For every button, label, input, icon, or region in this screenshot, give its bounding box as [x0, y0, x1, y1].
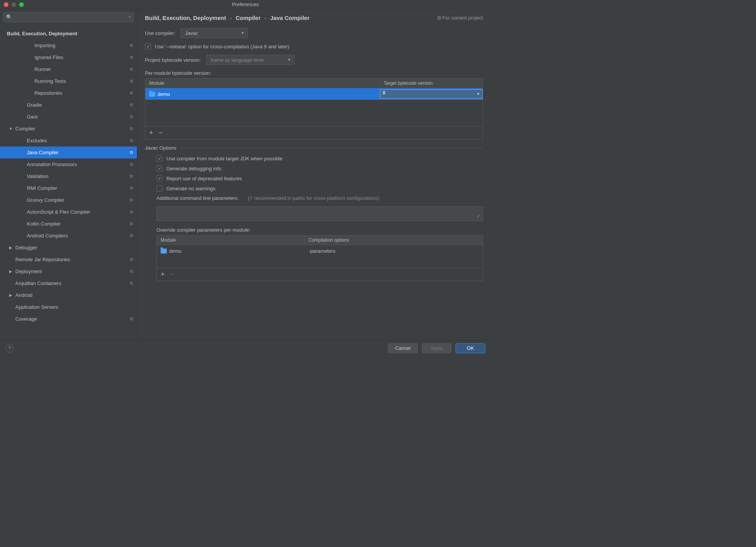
column-module: Module	[157, 236, 305, 245]
project-scope-icon: ⧉	[130, 221, 133, 226]
column-compilation-options: Compilation options	[305, 236, 483, 245]
search-input[interactable]	[3, 12, 134, 22]
project-scope-icon: ⧉	[130, 55, 133, 60]
use-compiler-label: Use compiler:	[145, 30, 175, 36]
add-button[interactable]: +	[149, 129, 153, 137]
use-compiler-select[interactable]: Javac ▼	[181, 28, 248, 38]
sidebar-item-kotlin-compiler[interactable]: Kotlin Compiler⧉	[0, 218, 137, 230]
sidebar-item-gradle[interactable]: Gradle⧉	[0, 99, 137, 111]
cancel-button[interactable]: Cancel	[388, 343, 418, 353]
chevron-right-icon: ▶	[8, 245, 13, 250]
search-icon: 🔍	[6, 14, 12, 20]
sidebar-item-label: Kotlin Compiler	[27, 221, 128, 227]
project-scope-icon: ⧉	[130, 102, 133, 107]
additional-params-input[interactable]: ⤢	[156, 206, 483, 221]
project-scope-icon: ⧉	[130, 174, 133, 179]
sidebar-item-remote-jar-repositories[interactable]: Remote Jar Repositories⧉	[0, 254, 137, 265]
project-bytecode-label: Project bytecode version:	[145, 57, 201, 63]
table-row[interactable]: demo -parameters	[157, 245, 483, 257]
table-row[interactable]: demo 8 ▼	[145, 88, 483, 100]
sidebar-item-label: ActionScript & Flex Compiler	[27, 209, 128, 215]
project-scope-icon: ⧉	[130, 209, 133, 214]
javac-option-checkbox[interactable]	[156, 175, 163, 181]
project-scope-icon: ⧉	[130, 233, 133, 238]
sidebar-item-repositories[interactable]: Repositories⧉	[0, 87, 137, 99]
release-option-checkbox[interactable]	[145, 43, 151, 49]
sidebar-item-label: Debugger	[15, 245, 133, 250]
sidebar-item-build-execution-deployment[interactable]: Build, Execution, Deployment	[0, 28, 137, 40]
sidebar-item-label: Java Compiler	[27, 150, 128, 155]
sidebar-item-android[interactable]: ▶Android	[0, 289, 137, 301]
project-scope-icon: ⧉	[130, 79, 133, 84]
breadcrumb-item[interactable]: Build, Execution, Deployment	[145, 15, 226, 21]
settings-tree: Build, Execution, DeploymentImporting⧉Ig…	[0, 25, 137, 340]
remove-button[interactable]: −	[159, 129, 163, 137]
sidebar-item-compiler[interactable]: ▼Compiler⧉	[0, 123, 137, 135]
breadcrumb-item[interactable]: Compiler	[236, 15, 261, 21]
sidebar-item-label: Android Compilers	[27, 233, 128, 239]
sidebar-item-rmi-compiler[interactable]: RMI Compiler⧉	[0, 182, 137, 194]
sidebar-item-running-tests[interactable]: Running Tests⧉	[0, 75, 137, 87]
sidebar-item-java-compiler[interactable]: Java Compiler⧉	[0, 147, 137, 158]
dialog-footer: ? Cancel Apply OK	[0, 340, 491, 356]
compilation-options-cell[interactable]: -parameters	[305, 248, 483, 254]
project-scope-icon: ⧉	[130, 316, 133, 321]
project-scope-icon: ⧉	[130, 43, 133, 48]
target-bytecode-input[interactable]: 8 ▼	[380, 89, 483, 99]
chevron-right-icon: ▶	[8, 269, 13, 274]
sidebar-item-label: Coverage	[15, 316, 128, 322]
sidebar-item-label: Groovy Compiler	[27, 197, 128, 203]
sidebar-item-label: Deployment	[15, 269, 128, 274]
project-scope-icon: ⧉	[130, 281, 133, 286]
project-scope-icon: ⧉	[130, 150, 133, 155]
javac-option-checkbox[interactable]	[156, 185, 163, 191]
apply-button[interactable]: Apply	[422, 343, 452, 353]
sidebar-item-deployment[interactable]: ▶Deployment⧉	[0, 265, 137, 277]
sidebar-item-validation[interactable]: Validation⧉	[0, 170, 137, 182]
sidebar-item-gant[interactable]: Gant⧉	[0, 111, 137, 123]
sidebar-item-label: Running Tests	[35, 78, 128, 84]
chevron-right-icon: ▶	[8, 293, 13, 297]
sidebar-item-annotation-processors[interactable]: Annotation Processors⧉	[0, 158, 137, 170]
table-toolbar: + −	[157, 268, 483, 281]
project-scope-icon: ⧉	[130, 67, 133, 72]
sidebar-item-label: Runner	[35, 66, 128, 72]
column-target-bytecode: Target bytecode version	[380, 79, 483, 88]
breadcrumb: Build, Execution, Deployment › Compiler …	[145, 15, 483, 21]
javac-option-checkbox[interactable]	[156, 155, 163, 161]
sidebar-item-application-servers[interactable]: Application Servers	[0, 301, 137, 313]
sidebar-item-label: Gant	[27, 114, 128, 120]
expand-icon[interactable]: ⤢	[477, 214, 480, 219]
sidebar-item-excludes[interactable]: Excludes⧉	[0, 135, 137, 147]
sidebar-item-arquillian-containers[interactable]: Arquillian Containers⧉	[0, 277, 137, 289]
add-button[interactable]: +	[161, 270, 165, 278]
javac-options-fieldset: Javac Options Use compiler from module t…	[145, 148, 483, 281]
project-scope-icon: ⧉	[130, 114, 133, 119]
project-scope-icon: ⧉	[130, 198, 133, 203]
help-button[interactable]: ?	[5, 344, 14, 353]
sidebar-item-label: Remote Jar Repositories	[15, 257, 128, 262]
for-current-project-label: ⧉ For current project	[437, 15, 483, 21]
search-dropdown-icon[interactable]: ▾	[129, 15, 131, 19]
titlebar: Preferences	[0, 0, 491, 9]
sidebar-item-label: Compiler	[15, 126, 128, 132]
chevron-down-icon: ▼	[241, 31, 245, 35]
sidebar-item-coverage[interactable]: Coverage⧉	[0, 313, 137, 325]
sidebar-item-runner[interactable]: Runner⧉	[0, 63, 137, 75]
ok-button[interactable]: OK	[455, 343, 485, 353]
sidebar-item-actionscript-flex-compiler[interactable]: ActionScript & Flex Compiler⧉	[0, 206, 137, 218]
sidebar-item-debugger[interactable]: ▶Debugger	[0, 242, 137, 254]
javac-option-checkbox[interactable]	[156, 165, 163, 171]
sidebar-item-android-compilers[interactable]: Android Compilers⧉	[0, 230, 137, 242]
sidebar-item-importing[interactable]: Importing⧉	[0, 40, 137, 51]
javac-option-label: Use compiler from module target JDK when…	[166, 156, 283, 161]
table-toolbar: + −	[145, 126, 483, 139]
breadcrumb-item: Java Compiler	[270, 15, 310, 21]
javac-options-legend: Javac Options	[145, 145, 180, 151]
sidebar-item-groovy-compiler[interactable]: Groovy Compiler⧉	[0, 194, 137, 206]
sidebar-item-ignored-files[interactable]: Ignored Files⧉	[0, 51, 137, 63]
project-bytecode-select[interactable]: Same as language level ▼	[206, 55, 294, 65]
project-scope-icon: ⧉	[130, 162, 133, 167]
sidebar-item-label: Ignored Files	[35, 54, 128, 60]
per-module-table: Module Target bytecode version demo 8 ▼	[145, 78, 483, 140]
